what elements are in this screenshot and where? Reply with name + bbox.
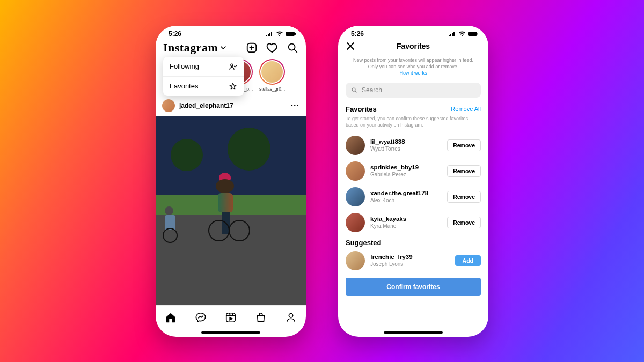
- post-username[interactable]: jaded_elephant17: [179, 102, 233, 109]
- add-button[interactable]: Add: [455, 255, 481, 266]
- row-username[interactable]: lil_wyatt838: [370, 138, 442, 146]
- gradient-background: 5:26 Instagram: [0, 0, 644, 362]
- section-title: Favorites: [346, 105, 377, 113]
- messenger-icon: [195, 312, 207, 323]
- row-fullname: Gabriela Perez: [370, 172, 442, 178]
- messenger-tab[interactable]: [195, 312, 207, 323]
- wifi-icon: [458, 31, 466, 36]
- how-it-works-link[interactable]: How it works: [351, 70, 475, 76]
- svg-rect-1: [268, 34, 269, 36]
- svg-rect-15: [468, 32, 477, 36]
- svg-rect-0: [266, 35, 267, 36]
- battery-icon: [286, 31, 296, 36]
- home-tab[interactable]: [165, 312, 177, 323]
- row-username[interactable]: kyia_kayaks: [370, 216, 442, 223]
- confirm-favorites-button[interactable]: Confirm favorites: [346, 278, 481, 296]
- reels-icon: [225, 312, 237, 323]
- status-indicators: [449, 31, 479, 36]
- home-indicator: [201, 331, 260, 334]
- logo-text: Instagram: [163, 41, 218, 55]
- star-icon: [229, 82, 237, 91]
- remove-button[interactable]: Remove: [447, 191, 481, 203]
- dropdown-label: Favorites: [170, 82, 198, 90]
- shop-tab[interactable]: [255, 312, 267, 323]
- battery-icon: [468, 31, 479, 36]
- close-button[interactable]: [346, 41, 355, 51]
- dropdown-label: Following: [170, 62, 199, 70]
- svg-point-8: [231, 64, 233, 66]
- favorites-section-header: Favorites Remove All: [338, 102, 488, 114]
- dropdown-item-favorites[interactable]: Favorites: [163, 76, 244, 96]
- modal-title: Favorites: [397, 42, 430, 50]
- post-header: jaded_elephant17 ···: [156, 95, 306, 116]
- profile-tab[interactable]: [285, 312, 297, 323]
- svg-rect-11: [449, 35, 450, 36]
- favorite-row: sprinkles_bby19 Gabriela Perez Remove: [338, 158, 488, 184]
- row-fullname: Wyatt Torres: [370, 146, 442, 152]
- user-avatar[interactable]: [346, 251, 365, 270]
- favorite-row: kyia_kayaks Kyra Marie Remove: [338, 210, 488, 235]
- phone-favorites: 5:26 Favorites New posts from your favor…: [338, 26, 488, 337]
- user-avatar[interactable]: [346, 213, 365, 232]
- dropdown-item-following[interactable]: Following: [163, 57, 244, 76]
- modal-header: Favorites: [338, 38, 488, 55]
- info-line: Only you can see who you add or remove.: [351, 63, 475, 70]
- row-fullname: Kyra Marie: [370, 223, 442, 230]
- row-username[interactable]: xander.the.great178: [370, 190, 442, 197]
- svg-rect-14: [453, 32, 455, 36]
- favorites-hint: To get started, you can confirm these su…: [338, 114, 488, 132]
- wifi-icon: [276, 31, 283, 36]
- remove-button[interactable]: Remove: [447, 139, 481, 151]
- suggested-row: frenchie_fry39 Joseph Lyons Add: [338, 248, 488, 274]
- status-indicators: [266, 31, 296, 36]
- svg-point-10: [289, 313, 292, 317]
- status-bar: 5:26: [156, 26, 306, 38]
- app-header: Instagram: [156, 38, 306, 57]
- story-label: stellas_gr0...: [259, 86, 285, 92]
- svg-rect-5: [295, 33, 296, 35]
- favorite-row: xander.the.great178 Alex Koch Remove: [338, 184, 488, 210]
- row-fullname: Alex Koch: [370, 197, 442, 204]
- activity-button[interactable]: [266, 42, 278, 54]
- phone-feed: 5:26 Instagram: [156, 26, 306, 337]
- signal-icon: [266, 31, 274, 36]
- row-username[interactable]: frenchie_fry39: [370, 254, 450, 261]
- user-check-icon: [229, 62, 237, 71]
- story-item[interactable]: stellas_gr0...: [259, 59, 286, 92]
- logo-dropdown-trigger[interactable]: Instagram: [163, 41, 226, 55]
- row-fullname: Joseph Lyons: [370, 261, 450, 268]
- search-placeholder: Search: [362, 86, 382, 94]
- svg-rect-16: [478, 33, 479, 35]
- svg-rect-12: [450, 34, 451, 36]
- favorite-row: lil_wyatt838 Wyatt Torres Remove: [338, 132, 488, 158]
- chevron-down-icon: [220, 45, 226, 51]
- search-button[interactable]: [287, 42, 298, 54]
- remove-button[interactable]: Remove: [447, 217, 481, 228]
- svg-point-7: [289, 43, 295, 50]
- create-post-button[interactable]: [246, 42, 258, 54]
- home-icon: [165, 312, 177, 323]
- suggested-section-header: Suggested: [338, 235, 488, 248]
- info-line: New posts from your favorites will appea…: [351, 57, 475, 63]
- user-avatar[interactable]: [346, 187, 365, 206]
- search-input[interactable]: Search: [346, 83, 481, 98]
- search-icon: [287, 42, 298, 54]
- user-avatar[interactable]: [346, 161, 365, 181]
- svg-rect-2: [269, 33, 270, 36]
- post-image[interactable]: [156, 116, 306, 305]
- close-icon: [346, 41, 355, 51]
- info-text: New posts from your favorites will appea…: [338, 55, 488, 78]
- status-time: 5:26: [169, 30, 181, 38]
- user-avatar[interactable]: [346, 136, 365, 155]
- reels-tab[interactable]: [225, 312, 237, 323]
- section-title: Suggested: [346, 239, 381, 247]
- remove-all-button[interactable]: Remove All: [451, 106, 481, 112]
- feed-selector-dropdown: Following Favorites: [163, 57, 244, 96]
- svg-rect-4: [286, 32, 295, 36]
- post-options-button[interactable]: ···: [291, 101, 299, 110]
- row-username[interactable]: sprinkles_bby19: [370, 164, 442, 172]
- post-avatar[interactable]: [162, 99, 175, 112]
- heart-icon: [266, 42, 278, 54]
- remove-button[interactable]: Remove: [447, 165, 481, 177]
- signal-icon: [449, 31, 456, 36]
